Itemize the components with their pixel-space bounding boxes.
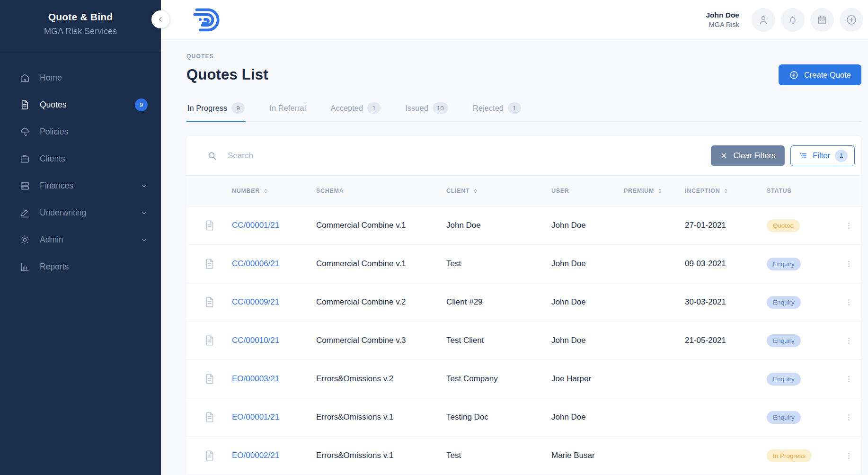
plus-circle-icon: [789, 70, 799, 80]
tab-issued[interactable]: Issued 10: [404, 98, 449, 121]
row-menu-button[interactable]: [836, 221, 861, 230]
filter-count-badge: 1: [835, 150, 848, 162]
row-menu-button[interactable]: [836, 375, 861, 384]
table-row[interactable]: EO/00001/21 Errors&Omissions v.1 Testing…: [186, 398, 861, 437]
sidebar-item-quotes[interactable]: Quotes 9: [0, 91, 161, 118]
row-menu-button[interactable]: [836, 298, 861, 307]
tab-label: In Progress: [187, 104, 227, 113]
sidebar-divider: [0, 52, 161, 52]
calendar-button[interactable]: [810, 8, 834, 32]
status-badge: Quoted: [767, 219, 800, 232]
status-badge: Enquiry: [767, 334, 801, 347]
document-icon: [186, 334, 232, 347]
search-icon: [207, 151, 217, 161]
table-row[interactable]: CC/00009/21 Commercial Combine v.2 Clien…: [186, 283, 861, 322]
quote-user: John Doe: [551, 336, 624, 345]
quote-number-link[interactable]: CC/00009/21: [232, 297, 316, 307]
sidebar-item-reports[interactable]: Reports: [0, 253, 161, 280]
tab-count-badge: 9: [231, 102, 245, 114]
notifications-button[interactable]: [781, 8, 805, 32]
quote-client: Test: [446, 451, 551, 460]
tab-label: Accepted: [330, 104, 363, 113]
sidebar-item-home[interactable]: Home: [0, 64, 161, 91]
filter-lines-icon: [798, 151, 808, 161]
bar-chart-icon: [19, 261, 30, 273]
tab-count-badge: 1: [508, 102, 521, 114]
quote-user: John Doe: [551, 412, 624, 422]
breadcrumb: QUOTES: [186, 53, 861, 60]
sidebar-item-label: Clients: [40, 154, 65, 164]
kebab-menu-icon: [844, 221, 853, 230]
quote-number-link[interactable]: CC/00001/21: [232, 221, 316, 230]
sidebar-item-clients[interactable]: Clients: [0, 145, 161, 172]
sidebar-item-admin[interactable]: Admin: [0, 226, 161, 253]
profile-button[interactable]: [752, 8, 775, 32]
quote-number-link[interactable]: EO/00003/21: [232, 374, 316, 384]
document-icon: [186, 449, 232, 462]
column-header-status: STATUS: [767, 188, 836, 194]
search-input[interactable]: [228, 151, 711, 161]
user-name: John Doe: [706, 11, 739, 19]
row-menu-button[interactable]: [836, 260, 861, 269]
table-row[interactable]: CC/00010/21 Commercial Combine v.3 Test …: [186, 322, 861, 360]
quote-client: Test Company: [446, 374, 551, 384]
column-header-client: CLIENT: [446, 188, 551, 194]
app-title: Quote & Bind: [0, 11, 161, 23]
tab-label: Issued: [405, 104, 428, 113]
sort-icon[interactable]: [263, 188, 269, 194]
clear-filters-button[interactable]: Clear Filters: [711, 145, 785, 166]
sidebar-item-label: Admin: [40, 235, 63, 245]
status-tabs: In Progress 9 In Referral Accepted 1 Iss…: [186, 98, 861, 122]
quote-schema: Errors&Omissions v.1: [316, 412, 446, 422]
row-menu-button[interactable]: [836, 451, 861, 460]
quote-schema: Errors&Omissions v.1: [316, 451, 446, 460]
row-menu-button[interactable]: [836, 413, 861, 422]
quote-user: Joe Harper: [551, 374, 624, 384]
quote-number-link[interactable]: EO/00001/21: [232, 412, 316, 422]
sidebar-item-label: Home: [40, 73, 62, 83]
sidebar-item-finances[interactable]: Finances: [0, 172, 161, 199]
quote-user: John Doe: [551, 259, 624, 269]
user-block[interactable]: John Doe MGA Risk: [706, 11, 739, 28]
sidebar-item-underwriting[interactable]: Underwriting: [0, 199, 161, 226]
table-row[interactable]: CC/00006/21 Commercial Combine v.1 Test …: [186, 245, 861, 283]
quick-add-button[interactable]: [840, 8, 863, 32]
status-badge: Enquiry: [767, 373, 801, 385]
chevron-down-icon: [141, 236, 148, 243]
sort-icon[interactable]: [723, 188, 729, 194]
create-quote-label: Create Quote: [804, 71, 851, 80]
row-menu-button[interactable]: [836, 336, 861, 345]
tab-accepted[interactable]: Accepted 1: [329, 98, 381, 121]
sidebar-item-label: Policies: [40, 127, 68, 137]
quote-client: Test: [446, 259, 551, 269]
plus-circle-icon: [845, 14, 858, 26]
sidebar: Quote & Bind MGA Risk Services Home Quot…: [0, 0, 161, 475]
sidebar-item-label: Reports: [40, 262, 69, 272]
quote-number-link[interactable]: CC/00006/21: [232, 259, 316, 269]
create-quote-button[interactable]: Create Quote: [779, 64, 861, 85]
clear-filters-label: Clear Filters: [733, 151, 775, 160]
tab-in-referral[interactable]: In Referral: [268, 98, 307, 121]
kebab-menu-icon: [844, 413, 853, 422]
sidebar-item-policies[interactable]: Policies: [0, 118, 161, 145]
quote-number-link[interactable]: CC/00010/21: [232, 336, 316, 345]
finances-icon: [19, 180, 30, 192]
tab-in-progress[interactable]: In Progress 9: [186, 98, 246, 121]
table-row[interactable]: CC/00001/21 Commercial Combine v.1 John …: [186, 206, 861, 245]
quotes-count-badge: 9: [135, 99, 148, 111]
quote-number-link[interactable]: EO/00002/21: [232, 451, 316, 460]
bell-icon: [787, 14, 798, 26]
quote-schema: Errors&Omissions v.2: [316, 374, 446, 384]
document-icon: [186, 258, 232, 270]
sort-icon[interactable]: [472, 188, 478, 194]
status-badge: Enquiry: [767, 296, 801, 309]
filter-button[interactable]: Filter 1: [790, 145, 855, 166]
table-row[interactable]: EO/00003/21 Errors&Omissions v.2 Test Co…: [186, 360, 861, 398]
column-header-inception: INCEPTION: [685, 188, 767, 194]
tab-rejected[interactable]: Rejected 1: [472, 98, 522, 121]
tab-count-badge: 10: [433, 102, 448, 114]
kebab-menu-icon: [844, 451, 853, 460]
sort-icon[interactable]: [657, 188, 663, 194]
table-row[interactable]: EO/00002/21 Errors&Omissions v.1 Test Ma…: [186, 437, 861, 475]
sidebar-collapse-button[interactable]: [151, 10, 169, 28]
